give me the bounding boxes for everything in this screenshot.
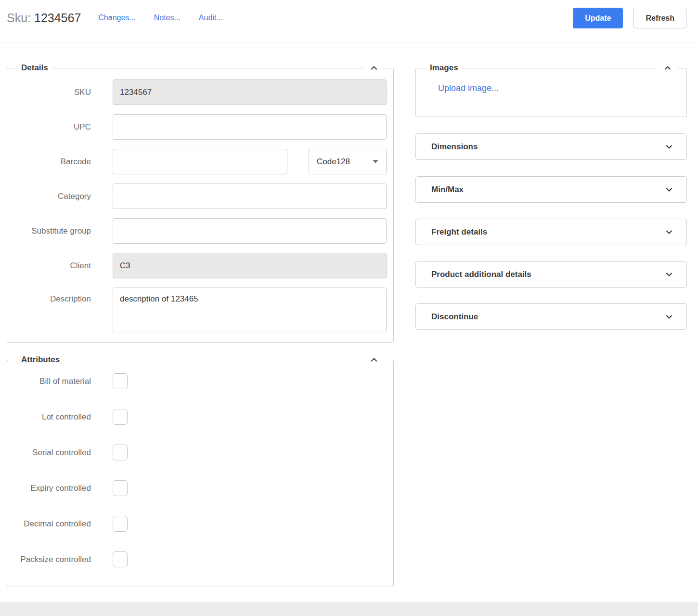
sku-field-row: SKU xyxy=(7,79,387,105)
chevron-down-icon[interactable] xyxy=(664,142,674,152)
discontinue-panel-title: Discontinue xyxy=(431,312,478,322)
chevron-down-icon[interactable] xyxy=(664,227,674,237)
product-additional-details-panel-title: Product additional details xyxy=(431,270,531,279)
client-input xyxy=(113,253,387,278)
category-field-label: Category xyxy=(7,191,91,202)
expiry-controlled-row: Expiry controlled xyxy=(7,480,393,496)
lot-controlled-label: Lot controlled xyxy=(7,411,91,423)
serial-controlled-checkbox[interactable] xyxy=(113,445,128,460)
decimal-controlled-row: Decimal controlled xyxy=(7,516,393,532)
notes-link[interactable]: Notes... xyxy=(154,13,181,22)
chevron-up-icon[interactable] xyxy=(659,63,677,73)
min-max-panel-title: Min/Max xyxy=(431,185,464,195)
sku-input xyxy=(113,79,387,105)
bill-of-material-checkbox[interactable] xyxy=(113,373,128,389)
sku-field-label: SKU xyxy=(7,87,91,98)
update-button[interactable]: Update xyxy=(573,8,623,28)
substitute-group-input[interactable] xyxy=(113,218,387,244)
packsize-controlled-label: Packsize controlled xyxy=(7,554,91,565)
images-section: Images Upload image... xyxy=(415,63,687,117)
attributes-section-title: Attributes xyxy=(17,355,64,365)
header-actions: Update Refresh xyxy=(573,8,686,28)
bill-of-material-row: Bill of material xyxy=(7,373,393,389)
discontinue-panel[interactable]: Discontinue xyxy=(415,303,687,330)
audit-link[interactable]: Audit... xyxy=(199,13,223,22)
barcode-type-select[interactable]: Code128 xyxy=(309,149,387,174)
sku-label: Sku: xyxy=(7,11,31,25)
chevron-up-icon[interactable] xyxy=(365,355,383,365)
chevron-down-icon[interactable] xyxy=(664,270,674,279)
bill-of-material-label: Bill of material xyxy=(7,376,91,387)
chevron-down-icon xyxy=(373,160,378,163)
client-field-row: Client xyxy=(7,253,387,278)
client-field-label: Client xyxy=(7,260,91,272)
details-section: Details SKU UPC Barcode Code128 Category… xyxy=(7,63,394,343)
barcode-field-label: Barcode xyxy=(7,156,91,168)
lot-controlled-checkbox[interactable] xyxy=(113,409,128,425)
description-field-label: Description xyxy=(7,288,91,305)
upc-field-label: UPC xyxy=(7,121,91,133)
substitute-group-field-row: Substitute group xyxy=(7,218,387,244)
sku-value: 1234567 xyxy=(34,11,81,25)
freight-details-panel[interactable]: Freight details xyxy=(415,219,687,245)
page-header: Sku: 1234567 Changes... Notes... Audit..… xyxy=(0,0,698,42)
details-section-title: Details xyxy=(17,63,52,73)
chevron-up-icon[interactable] xyxy=(365,63,383,73)
attributes-section: Attributes Bill of material Lot controll… xyxy=(7,355,394,587)
changes-link[interactable]: Changes... xyxy=(98,13,135,22)
page-title: Sku: 1234567 xyxy=(7,11,81,25)
upload-image-link[interactable]: Upload image... xyxy=(438,83,499,93)
packsize-controlled-checkbox[interactable] xyxy=(113,551,128,567)
upc-input[interactable] xyxy=(113,114,387,140)
lot-controlled-row: Lot controlled xyxy=(7,409,393,425)
min-max-panel[interactable]: Min/Max xyxy=(415,176,687,203)
substitute-group-field-label: Substitute group xyxy=(7,225,91,237)
serial-controlled-row: Serial controlled xyxy=(7,445,393,460)
expiry-controlled-checkbox[interactable] xyxy=(113,480,128,496)
upc-field-row: UPC xyxy=(7,114,387,140)
category-field-row: Category xyxy=(7,183,387,209)
barcode-field-row: Barcode Code128 xyxy=(7,149,387,174)
images-section-title: Images xyxy=(426,63,463,73)
dimensions-panel-title: Dimensions xyxy=(431,142,478,152)
barcode-type-value: Code128 xyxy=(317,157,350,167)
chevron-down-icon[interactable] xyxy=(664,185,674,195)
freight-details-panel-title: Freight details xyxy=(431,227,487,237)
refresh-button[interactable]: Refresh xyxy=(633,8,686,28)
category-input[interactable] xyxy=(113,183,387,209)
serial-controlled-label: Serial controlled xyxy=(7,447,91,459)
header-links: Changes... Notes... Audit... xyxy=(98,13,222,22)
barcode-input[interactable] xyxy=(113,149,287,174)
decimal-controlled-checkbox[interactable] xyxy=(113,516,128,532)
dimensions-panel[interactable]: Dimensions xyxy=(415,133,687,160)
product-additional-details-panel[interactable]: Product additional details xyxy=(415,261,687,288)
chevron-down-icon[interactable] xyxy=(664,312,674,322)
description-field-row: Description description of 123465 xyxy=(7,288,387,332)
footer-bar xyxy=(0,602,698,616)
packsize-controlled-row: Packsize controlled xyxy=(7,551,393,567)
decimal-controlled-label: Decimal controlled xyxy=(7,518,91,530)
expiry-controlled-label: Expiry controlled xyxy=(7,483,91,494)
description-textarea[interactable]: description of 123465 xyxy=(113,288,387,332)
